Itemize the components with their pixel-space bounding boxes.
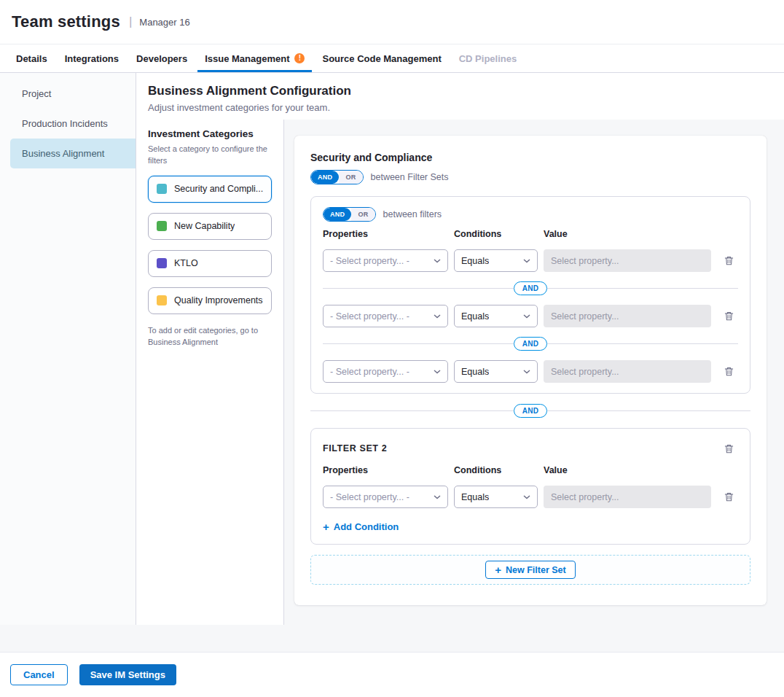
- filter-columns-header: Properties Conditions Value: [323, 465, 738, 475]
- and-joiner-pill: AND: [514, 337, 548, 351]
- filters-operator-row: AND OR between filters: [323, 207, 738, 222]
- chevron-down-icon: [523, 259, 530, 263]
- config-header: Business Alignment Configuration Adjust …: [136, 73, 784, 120]
- chevron-down-icon: [523, 314, 530, 319]
- categories-footer-note: To add or edit categories, go to Busines…: [148, 324, 272, 348]
- new-filter-set-button[interactable]: + New Filter Set: [485, 561, 575, 579]
- row-joiner: AND: [323, 281, 738, 295]
- delete-row-button[interactable]: [719, 307, 738, 326]
- filter-sets-operator-row: AND OR between Filter Sets: [310, 170, 750, 184]
- row-joiner: AND: [323, 337, 738, 351]
- tab-label: CD Pipelines: [459, 53, 517, 64]
- settings-tab-bar: Details Integrations Developers Issue Ma…: [0, 44, 784, 73]
- tab-issue-management[interactable]: Issue Management !: [197, 44, 312, 72]
- category-label: Quality Improvements: [174, 295, 263, 305]
- warning-icon: !: [294, 53, 305, 63]
- category-quality-improvements[interactable]: Quality Improvements: [148, 287, 272, 314]
- investment-categories-hint: Select a category to configure the filte…: [148, 144, 272, 167]
- category-label: KTLO: [174, 258, 198, 268]
- new-filter-set-dropzone: + New Filter Set: [310, 555, 750, 585]
- action-footer: Cancel Save IM Settings: [0, 652, 784, 697]
- filter-set-2: FILTER SET 2 Properties Conditions Value: [310, 428, 750, 545]
- category-security-and-compliance[interactable]: Security and Compli...: [148, 176, 272, 203]
- page-header: Team settings | Manager 16: [0, 0, 784, 44]
- condition-select[interactable]: Equals: [454, 360, 538, 383]
- tab-label: Issue Management: [205, 53, 289, 64]
- sidebar-item-label: Business Alignment: [22, 148, 104, 159]
- condition-select-value: Equals: [461, 367, 489, 377]
- condition-select-value: Equals: [461, 492, 489, 502]
- sidebar-item-business-alignment[interactable]: Business Alignment: [10, 139, 136, 168]
- category-color-swatch: [157, 258, 167, 268]
- investment-categories-title: Investment Categories: [148, 128, 272, 139]
- tab-label: Integrations: [65, 53, 119, 64]
- sidebar-item-project[interactable]: Project: [10, 79, 136, 109]
- sidebar-item-label: Project: [22, 88, 51, 99]
- add-condition-button[interactable]: + Add Condition: [323, 521, 399, 532]
- value-input[interactable]: [544, 305, 711, 327]
- condition-select[interactable]: Equals: [454, 486, 538, 508]
- property-select-value: - Select property... -: [330, 492, 409, 502]
- delete-row-button[interactable]: [719, 362, 738, 381]
- delete-row-button[interactable]: [719, 488, 738, 507]
- or-option[interactable]: OR: [351, 208, 375, 221]
- value-column-header: Value: [544, 229, 711, 239]
- condition-select[interactable]: Equals: [454, 249, 538, 272]
- category-new-capability[interactable]: New Capability: [148, 213, 272, 240]
- chevron-down-icon: [434, 370, 441, 374]
- conditions-column-header: Conditions: [454, 465, 538, 475]
- and-or-toggle[interactable]: AND OR: [310, 170, 364, 184]
- cancel-button[interactable]: Cancel: [10, 664, 68, 685]
- and-option[interactable]: AND: [311, 171, 339, 184]
- filter-config-area: Security and Compliance AND OR between F…: [284, 120, 784, 625]
- and-or-toggle[interactable]: AND OR: [323, 207, 376, 222]
- and-joiner-pill: AND: [514, 281, 548, 295]
- tab-details[interactable]: Details: [9, 44, 55, 72]
- team-name: Manager 16: [139, 17, 189, 28]
- filter-set-1: AND OR between filters Properties Condit…: [310, 196, 750, 394]
- property-select[interactable]: - Select property... -: [323, 249, 448, 272]
- trash-icon: [724, 491, 734, 502]
- settings-sidebar: Project Production Incidents Business Al…: [0, 73, 136, 625]
- condition-select-value: Equals: [461, 256, 489, 266]
- tab-cd-pipelines: CD Pipelines: [452, 44, 524, 72]
- category-color-swatch: [157, 295, 167, 305]
- filter-set-joiner: AND: [310, 404, 750, 418]
- value-column-header: Value: [544, 465, 711, 475]
- between-filter-sets-label: between Filter Sets: [371, 172, 449, 182]
- property-select[interactable]: - Select property... -: [323, 486, 448, 508]
- property-select-value: - Select property... -: [330, 367, 409, 377]
- or-option[interactable]: OR: [339, 171, 362, 184]
- trash-icon: [724, 311, 734, 322]
- value-input[interactable]: [544, 249, 711, 272]
- condition-select[interactable]: Equals: [454, 305, 538, 327]
- properties-column-header: Properties: [323, 465, 448, 475]
- chevron-down-icon: [434, 314, 441, 319]
- config-subtitle: Adjust investment categories for your te…: [148, 102, 772, 113]
- filter-columns-header: Properties Conditions Value: [323, 229, 738, 239]
- delete-row-button[interactable]: [719, 252, 738, 270]
- investment-categories-panel: Investment Categories Select a category …: [136, 120, 284, 625]
- chevron-down-icon: [523, 370, 530, 374]
- chevron-down-icon: [523, 495, 530, 499]
- tab-source-code-management[interactable]: Source Code Management: [315, 44, 448, 72]
- property-select-value: - Select property... -: [330, 311, 409, 322]
- filter-set-2-title: FILTER SET 2: [323, 443, 387, 453]
- value-input[interactable]: [544, 486, 711, 508]
- value-input[interactable]: [544, 360, 711, 383]
- property-select[interactable]: - Select property... -: [323, 305, 448, 327]
- category-ktlo[interactable]: KTLO: [148, 250, 272, 277]
- tab-developers[interactable]: Developers: [129, 44, 195, 72]
- category-label: New Capability: [174, 221, 235, 231]
- filter-row: - Select property... - Equals: [323, 249, 738, 272]
- filter-row: - Select property... - Equals: [323, 305, 738, 327]
- tab-integrations[interactable]: Integrations: [58, 44, 126, 72]
- sidebar-item-production-incidents[interactable]: Production Incidents: [10, 109, 136, 139]
- chevron-down-icon: [434, 495, 441, 499]
- and-option[interactable]: AND: [324, 208, 351, 221]
- save-im-settings-button[interactable]: Save IM Settings: [79, 664, 176, 685]
- property-select[interactable]: - Select property... -: [323, 360, 448, 383]
- filter-row: - Select property... - Equals: [323, 360, 738, 383]
- new-filter-set-label: New Filter Set: [506, 565, 566, 575]
- delete-filter-set-button[interactable]: [719, 439, 738, 458]
